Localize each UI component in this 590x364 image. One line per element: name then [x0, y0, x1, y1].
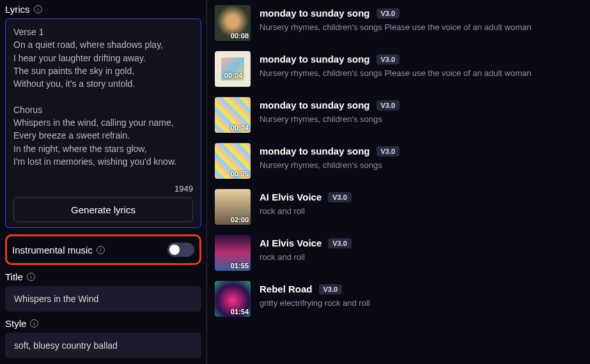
- instrumental-label: Instrumental music: [12, 245, 93, 255]
- version-badge: V3.0: [377, 8, 400, 19]
- track-title: Rebel Road: [260, 284, 313, 294]
- toggle-thumb: [169, 245, 180, 255]
- track-description: rock and roll: [260, 206, 352, 216]
- track-duration: 00:08: [231, 32, 249, 40]
- track-item[interactable]: 01:54 Rebel Road V3.0 gritty electrifryi…: [207, 276, 590, 322]
- track-description: gritty electrifrying rock and roll: [260, 298, 370, 308]
- info-icon[interactable]: i: [97, 246, 105, 254]
- right-panel: 00:08 monday to sunday song V3.0 Nursery…: [206, 0, 590, 364]
- track-title-row: monday to sunday song V3.0: [260, 100, 400, 110]
- instrumental-toggle[interactable]: [167, 243, 194, 257]
- track-title: monday to sunday song: [260, 146, 370, 156]
- version-badge: V3.0: [328, 192, 352, 202]
- track-duration: 00:04: [224, 72, 242, 79]
- track-thumbnail[interactable]: 02:00: [215, 189, 251, 225]
- track-thumbnail[interactable]: 00:05: [215, 143, 251, 179]
- track-meta: monday to sunday song V3.0 Nursery rhyme…: [260, 143, 400, 170]
- title-header: Title i: [5, 271, 201, 282]
- instrumental-row: Instrumental music i: [5, 234, 201, 265]
- generate-lyrics-button[interactable]: Generate lyrics: [13, 197, 193, 222]
- track-duration: 00:04: [231, 124, 249, 132]
- style-label: Style: [5, 318, 26, 329]
- lyrics-counter: 1949: [175, 184, 193, 193]
- version-badge: V3.0: [377, 100, 400, 110]
- track-meta: monday to sunday song V3.0 Nursery rhyme…: [260, 97, 400, 124]
- track-title-row: monday to sunday song V3.0: [260, 8, 531, 19]
- lyrics-section: Lyrics i Verse 1 On a quiet road, where …: [5, 4, 201, 228]
- track-meta: AI Elvis Voice V3.0 rock and roll: [260, 189, 352, 216]
- track-title: monday to sunday song: [260, 100, 370, 110]
- version-badge: V3.0: [319, 284, 343, 294]
- track-title: AI Elvis Voice: [260, 238, 322, 248]
- info-icon[interactable]: i: [30, 319, 38, 328]
- track-thumbnail[interactable]: 00:08: [215, 5, 251, 41]
- track-title: monday to sunday song: [260, 8, 370, 19]
- title-section: Title i Whispers in the Wind: [5, 271, 201, 312]
- track-title-row: monday to sunday song V3.0: [260, 54, 531, 64]
- title-label: Title: [5, 271, 23, 282]
- track-meta: monday to sunday song V3.0 Nursery rhyme…: [260, 5, 531, 32]
- track-item[interactable]: 01:55 AI Elvis Voice V3.0 rock and roll: [207, 230, 590, 276]
- track-item[interactable]: 02:00 AI Elvis Voice V3.0 rock and roll: [207, 184, 590, 230]
- track-title-row: AI Elvis Voice V3.0: [260, 238, 352, 248]
- style-input[interactable]: soft, bluesy country ballad: [5, 333, 201, 358]
- version-badge: V3.0: [328, 238, 352, 248]
- style-section: Style i soft, bluesy country ballad: [5, 318, 201, 358]
- lyrics-textarea[interactable]: Verse 1 On a quiet road, where shadows p…: [13, 26, 193, 180]
- track-thumbnail[interactable]: 01:55: [215, 235, 251, 271]
- track-title-row: AI Elvis Voice V3.0: [260, 192, 352, 202]
- track-description: Nursery rhymes, children's songs Please …: [260, 22, 531, 32]
- track-description: Nursery rhymes, children's songs Please …: [260, 68, 531, 78]
- track-title-row: monday to sunday song V3.0: [260, 146, 400, 156]
- track-item[interactable]: 00:05 monday to sunday song V3.0 Nursery…: [207, 138, 590, 184]
- track-description: Nursery rhymes, children's songs: [260, 114, 400, 124]
- lyrics-label: Lyrics: [5, 4, 30, 15]
- track-item[interactable]: 00:08 monday to sunday song V3.0 Nursery…: [207, 0, 590, 46]
- title-input[interactable]: Whispers in the Wind: [5, 286, 201, 312]
- style-header: Style i: [5, 318, 201, 329]
- lyrics-counter-row: 1949: [13, 184, 193, 193]
- version-badge: V3.0: [377, 146, 400, 156]
- lyrics-header: Lyrics i: [5, 4, 201, 15]
- track-title: monday to sunday song: [260, 54, 370, 64]
- track-meta: monday to sunday song V3.0 Nursery rhyme…: [260, 51, 531, 78]
- track-duration: 00:05: [231, 170, 249, 178]
- track-meta: AI Elvis Voice V3.0 rock and roll: [260, 235, 352, 262]
- track-item[interactable]: 00:04 monday to sunday song V3.0 Nursery…: [207, 92, 590, 138]
- track-thumbnail[interactable]: 00:04: [215, 97, 251, 133]
- instrumental-header: Instrumental music i: [12, 245, 105, 255]
- track-thumbnail[interactable]: 00:04: [215, 51, 251, 87]
- track-description: rock and roll: [260, 252, 352, 262]
- track-title-row: Rebel Road V3.0: [260, 284, 370, 294]
- track-duration: 01:54: [231, 308, 249, 315]
- info-icon[interactable]: i: [27, 273, 35, 281]
- left-panel: Lyrics i Verse 1 On a quiet road, where …: [0, 0, 206, 364]
- track-thumbnail[interactable]: 01:54: [215, 281, 251, 317]
- lyrics-box[interactable]: Verse 1 On a quiet road, where shadows p…: [5, 19, 201, 228]
- version-badge: V3.0: [377, 54, 400, 64]
- track-item[interactable]: 00:04 monday to sunday song V3.0 Nursery…: [207, 46, 590, 92]
- info-icon[interactable]: i: [34, 5, 42, 13]
- track-title: AI Elvis Voice: [260, 192, 322, 202]
- track-meta: Rebel Road V3.0 gritty electrifrying roc…: [260, 281, 370, 308]
- track-list: 00:08 monday to sunday song V3.0 Nursery…: [207, 0, 590, 322]
- track-duration: 02:00: [231, 216, 249, 224]
- track-duration: 01:55: [231, 262, 249, 269]
- track-description: Nursery rhymes, children's songs: [260, 160, 400, 170]
